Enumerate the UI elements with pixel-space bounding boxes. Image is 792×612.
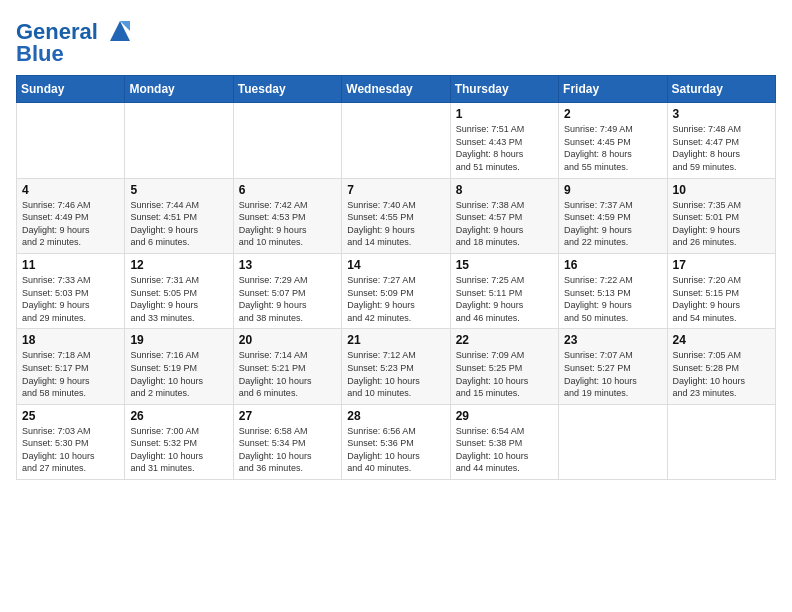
day-number: 23 — [564, 333, 661, 347]
calendar-day-19: 19Sunrise: 7:16 AM Sunset: 5:19 PM Dayli… — [125, 329, 233, 404]
day-number: 11 — [22, 258, 119, 272]
calendar-day-9: 9Sunrise: 7:37 AM Sunset: 4:59 PM Daylig… — [559, 178, 667, 253]
empty-cell — [233, 103, 341, 178]
weekday-header-sunday: Sunday — [17, 76, 125, 103]
calendar-table: SundayMondayTuesdayWednesdayThursdayFrid… — [16, 75, 776, 480]
day-info: Sunrise: 7:38 AM Sunset: 4:57 PM Dayligh… — [456, 199, 553, 249]
day-number: 5 — [130, 183, 227, 197]
day-info: Sunrise: 7:14 AM Sunset: 5:21 PM Dayligh… — [239, 349, 336, 399]
day-info: Sunrise: 7:51 AM Sunset: 4:43 PM Dayligh… — [456, 123, 553, 173]
day-info: Sunrise: 7:33 AM Sunset: 5:03 PM Dayligh… — [22, 274, 119, 324]
empty-cell — [667, 404, 775, 479]
empty-cell — [125, 103, 233, 178]
day-number: 26 — [130, 409, 227, 423]
day-info: Sunrise: 7:46 AM Sunset: 4:49 PM Dayligh… — [22, 199, 119, 249]
day-number: 1 — [456, 107, 553, 121]
weekday-header-friday: Friday — [559, 76, 667, 103]
day-info: Sunrise: 7:27 AM Sunset: 5:09 PM Dayligh… — [347, 274, 444, 324]
calendar-day-17: 17Sunrise: 7:20 AM Sunset: 5:15 PM Dayli… — [667, 253, 775, 328]
calendar-day-4: 4Sunrise: 7:46 AM Sunset: 4:49 PM Daylig… — [17, 178, 125, 253]
day-info: Sunrise: 7:31 AM Sunset: 5:05 PM Dayligh… — [130, 274, 227, 324]
day-number: 7 — [347, 183, 444, 197]
day-info: Sunrise: 7:49 AM Sunset: 4:45 PM Dayligh… — [564, 123, 661, 173]
day-number: 20 — [239, 333, 336, 347]
day-number: 28 — [347, 409, 444, 423]
day-number: 21 — [347, 333, 444, 347]
day-number: 15 — [456, 258, 553, 272]
calendar-day-15: 15Sunrise: 7:25 AM Sunset: 5:11 PM Dayli… — [450, 253, 558, 328]
day-info: Sunrise: 7:16 AM Sunset: 5:19 PM Dayligh… — [130, 349, 227, 399]
day-number: 10 — [673, 183, 770, 197]
day-number: 3 — [673, 107, 770, 121]
weekday-header-saturday: Saturday — [667, 76, 775, 103]
calendar-week-5: 25Sunrise: 7:03 AM Sunset: 5:30 PM Dayli… — [17, 404, 776, 479]
calendar-day-22: 22Sunrise: 7:09 AM Sunset: 5:25 PM Dayli… — [450, 329, 558, 404]
calendar-day-2: 2Sunrise: 7:49 AM Sunset: 4:45 PM Daylig… — [559, 103, 667, 178]
calendar-week-2: 4Sunrise: 7:46 AM Sunset: 4:49 PM Daylig… — [17, 178, 776, 253]
day-info: Sunrise: 7:05 AM Sunset: 5:28 PM Dayligh… — [673, 349, 770, 399]
day-info: Sunrise: 7:35 AM Sunset: 5:01 PM Dayligh… — [673, 199, 770, 249]
calendar-day-6: 6Sunrise: 7:42 AM Sunset: 4:53 PM Daylig… — [233, 178, 341, 253]
day-number: 16 — [564, 258, 661, 272]
weekday-header-row: SundayMondayTuesdayWednesdayThursdayFrid… — [17, 76, 776, 103]
day-info: Sunrise: 7:25 AM Sunset: 5:11 PM Dayligh… — [456, 274, 553, 324]
day-info: Sunrise: 7:09 AM Sunset: 5:25 PM Dayligh… — [456, 349, 553, 399]
calendar-week-3: 11Sunrise: 7:33 AM Sunset: 5:03 PM Dayli… — [17, 253, 776, 328]
calendar-day-24: 24Sunrise: 7:05 AM Sunset: 5:28 PM Dayli… — [667, 329, 775, 404]
calendar-day-20: 20Sunrise: 7:14 AM Sunset: 5:21 PM Dayli… — [233, 329, 341, 404]
day-info: Sunrise: 7:29 AM Sunset: 5:07 PM Dayligh… — [239, 274, 336, 324]
day-info: Sunrise: 7:37 AM Sunset: 4:59 PM Dayligh… — [564, 199, 661, 249]
calendar-day-27: 27Sunrise: 6:58 AM Sunset: 5:34 PM Dayli… — [233, 404, 341, 479]
day-info: Sunrise: 7:22 AM Sunset: 5:13 PM Dayligh… — [564, 274, 661, 324]
day-info: Sunrise: 6:58 AM Sunset: 5:34 PM Dayligh… — [239, 425, 336, 475]
day-number: 18 — [22, 333, 119, 347]
calendar-day-16: 16Sunrise: 7:22 AM Sunset: 5:13 PM Dayli… — [559, 253, 667, 328]
calendar-day-14: 14Sunrise: 7:27 AM Sunset: 5:09 PM Dayli… — [342, 253, 450, 328]
calendar-day-13: 13Sunrise: 7:29 AM Sunset: 5:07 PM Dayli… — [233, 253, 341, 328]
day-info: Sunrise: 7:00 AM Sunset: 5:32 PM Dayligh… — [130, 425, 227, 475]
day-number: 6 — [239, 183, 336, 197]
weekday-header-thursday: Thursday — [450, 76, 558, 103]
day-number: 13 — [239, 258, 336, 272]
day-number: 24 — [673, 333, 770, 347]
calendar-day-10: 10Sunrise: 7:35 AM Sunset: 5:01 PM Dayli… — [667, 178, 775, 253]
day-info: Sunrise: 7:03 AM Sunset: 5:30 PM Dayligh… — [22, 425, 119, 475]
day-info: Sunrise: 7:20 AM Sunset: 5:15 PM Dayligh… — [673, 274, 770, 324]
day-info: Sunrise: 7:12 AM Sunset: 5:23 PM Dayligh… — [347, 349, 444, 399]
calendar-day-12: 12Sunrise: 7:31 AM Sunset: 5:05 PM Dayli… — [125, 253, 233, 328]
page-header: General Blue — [16, 16, 776, 67]
day-info: Sunrise: 7:40 AM Sunset: 4:55 PM Dayligh… — [347, 199, 444, 249]
empty-cell — [342, 103, 450, 178]
calendar-day-5: 5Sunrise: 7:44 AM Sunset: 4:51 PM Daylig… — [125, 178, 233, 253]
empty-cell — [17, 103, 125, 178]
calendar-day-26: 26Sunrise: 7:00 AM Sunset: 5:32 PM Dayli… — [125, 404, 233, 479]
calendar-day-29: 29Sunrise: 6:54 AM Sunset: 5:38 PM Dayli… — [450, 404, 558, 479]
day-number: 22 — [456, 333, 553, 347]
calendar-week-1: 1Sunrise: 7:51 AM Sunset: 4:43 PM Daylig… — [17, 103, 776, 178]
weekday-header-tuesday: Tuesday — [233, 76, 341, 103]
day-number: 9 — [564, 183, 661, 197]
day-info: Sunrise: 7:48 AM Sunset: 4:47 PM Dayligh… — [673, 123, 770, 173]
day-number: 2 — [564, 107, 661, 121]
calendar-day-23: 23Sunrise: 7:07 AM Sunset: 5:27 PM Dayli… — [559, 329, 667, 404]
calendar-day-3: 3Sunrise: 7:48 AM Sunset: 4:47 PM Daylig… — [667, 103, 775, 178]
calendar-day-28: 28Sunrise: 6:56 AM Sunset: 5:36 PM Dayli… — [342, 404, 450, 479]
calendar-day-11: 11Sunrise: 7:33 AM Sunset: 5:03 PM Dayli… — [17, 253, 125, 328]
calendar-day-21: 21Sunrise: 7:12 AM Sunset: 5:23 PM Dayli… — [342, 329, 450, 404]
calendar-week-4: 18Sunrise: 7:18 AM Sunset: 5:17 PM Dayli… — [17, 329, 776, 404]
day-info: Sunrise: 6:54 AM Sunset: 5:38 PM Dayligh… — [456, 425, 553, 475]
day-info: Sunrise: 7:42 AM Sunset: 4:53 PM Dayligh… — [239, 199, 336, 249]
weekday-header-wednesday: Wednesday — [342, 76, 450, 103]
calendar-day-8: 8Sunrise: 7:38 AM Sunset: 4:57 PM Daylig… — [450, 178, 558, 253]
day-number: 19 — [130, 333, 227, 347]
day-number: 29 — [456, 409, 553, 423]
day-number: 25 — [22, 409, 119, 423]
day-info: Sunrise: 7:44 AM Sunset: 4:51 PM Dayligh… — [130, 199, 227, 249]
day-number: 8 — [456, 183, 553, 197]
empty-cell — [559, 404, 667, 479]
calendar-day-25: 25Sunrise: 7:03 AM Sunset: 5:30 PM Dayli… — [17, 404, 125, 479]
day-info: Sunrise: 6:56 AM Sunset: 5:36 PM Dayligh… — [347, 425, 444, 475]
day-info: Sunrise: 7:18 AM Sunset: 5:17 PM Dayligh… — [22, 349, 119, 399]
day-number: 17 — [673, 258, 770, 272]
calendar-day-7: 7Sunrise: 7:40 AM Sunset: 4:55 PM Daylig… — [342, 178, 450, 253]
